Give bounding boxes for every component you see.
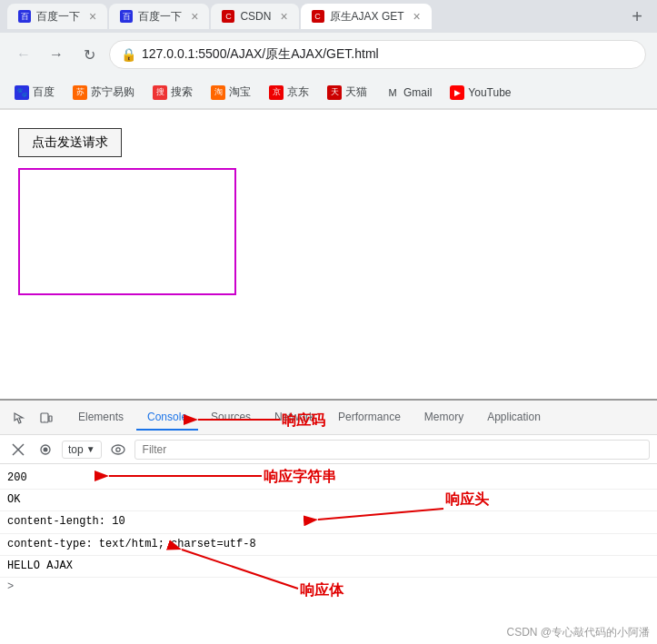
browser-chrome: 百 百度一下 × 百 百度一下 × C CSDN × C 原生AJAX GET … <box>0 0 657 110</box>
jd-favicon: 京 <box>269 85 284 100</box>
forward-button[interactable]: → <box>44 42 69 67</box>
svg-point-3 <box>44 421 45 421</box>
bookmark-suning[interactable]: 苏 苏宁易购 <box>65 81 142 104</box>
gmail-favicon: M <box>385 85 400 100</box>
bookmark-youtube-label: YouTube <box>468 86 511 99</box>
inspect-icon <box>13 411 25 424</box>
bookmark-search-label: 搜索 <box>171 84 193 100</box>
url-text: 127.0.0.1:5500/AJAX/原生AJAX/GET.html <box>142 46 379 63</box>
console-line-ok: OK <box>0 490 657 511</box>
console-toolbar: top ▼ <box>0 435 657 464</box>
bookmark-suning-label: 苏宁易购 <box>91 84 134 100</box>
console-text-cl: content-length: 10 <box>7 515 125 528</box>
devtools-tab-sources[interactable]: Sources <box>200 405 262 431</box>
tab-1[interactable]: 百 百度一下 × <box>7 4 107 29</box>
console-prompt[interactable]: > <box>0 578 657 596</box>
youtube-favicon: ▶ <box>450 85 464 100</box>
page-wrapper: 百 百度一下 × 百 百度一下 × C CSDN × C 原生AJAX GET … <box>0 0 657 644</box>
devtools-tab-console[interactable]: Console <box>136 405 198 431</box>
suning-favicon: 苏 <box>73 85 87 100</box>
watermark: CSDN @专心敲代码的小阿潘 <box>506 625 650 640</box>
bookmark-tmall[interactable]: 天 天猫 <box>320 81 374 104</box>
page-content: 点击发送请求 <box>0 110 657 399</box>
bookmark-baidu-label: 百度 <box>33 84 55 100</box>
back-button[interactable]: ← <box>11 42 36 67</box>
clear-icon <box>12 443 25 456</box>
record-icon <box>39 443 52 456</box>
devtools: Elements Console Sources Network Perform… <box>0 399 657 644</box>
svg-point-8 <box>112 445 124 454</box>
bookmark-gmail-label: Gmail <box>403 86 432 99</box>
eye-button[interactable] <box>107 439 129 461</box>
console-line-ct: content-type: text/html; charset=utf-8 <box>0 534 657 556</box>
console-text-hello: HELLO AJAX <box>7 560 73 572</box>
svg-marker-0 <box>15 413 23 423</box>
svg-point-7 <box>44 447 48 451</box>
search-favicon: 搜 <box>153 85 167 100</box>
tab-close-1[interactable]: × <box>89 9 96 24</box>
device-icon <box>40 411 53 424</box>
tab-label-4: 原生AJAX GET <box>330 9 404 25</box>
tab-bar: 百 百度一下 × 百 百度一下 × C CSDN × C 原生AJAX GET … <box>0 0 657 33</box>
devtools-tab-elements[interactable]: Elements <box>67 405 134 431</box>
stop-recording-button[interactable] <box>35 439 56 461</box>
svg-point-9 <box>115 447 119 451</box>
bookmark-jd[interactable]: 京 京东 <box>262 81 316 104</box>
send-request-button[interactable]: 点击发送请求 <box>18 128 122 157</box>
devtools-tabs: Elements Console Sources Network Perform… <box>0 401 657 435</box>
clear-console-button[interactable] <box>7 439 29 461</box>
bookmark-baidu[interactable]: 🐾 百度 <box>7 81 62 104</box>
console-text-ct: content-type: text/html; charset=utf-8 <box>7 538 256 550</box>
dropdown-arrow-icon: ▼ <box>86 444 95 454</box>
bookmark-taobao[interactable]: 淘 淘宝 <box>204 81 258 104</box>
bookmark-gmail[interactable]: M Gmail <box>378 82 439 104</box>
prompt-chevron-icon: > <box>7 580 14 593</box>
address-bar: ← → ↻ 🔒 127.0.0.1:5500/AJAX/原生AJAX/GET.h… <box>0 33 657 76</box>
baidu-favicon: 🐾 <box>15 85 29 100</box>
tab-label-3: CSDN <box>240 10 271 23</box>
bookmark-youtube[interactable]: ▶ YouTube <box>443 82 518 104</box>
devtools-tab-memory[interactable]: Memory <box>413 405 474 431</box>
console-line-200: 200 <box>0 468 657 490</box>
bookmark-search[interactable]: 搜 搜索 <box>145 81 200 104</box>
tab-close-3[interactable]: × <box>280 9 287 24</box>
tab-4[interactable]: C 原生AJAX GET × <box>301 4 432 29</box>
refresh-button[interactable]: ↻ <box>76 42 102 67</box>
lock-icon: 🔒 <box>121 47 136 62</box>
filter-input[interactable] <box>134 440 650 460</box>
console-output: 200 OK content-length: 10 content-type: … <box>0 464 657 644</box>
eye-icon <box>111 444 125 455</box>
bookmarks-bar: 🐾 百度 苏 苏宁易购 搜 搜索 淘 淘宝 京 京东 天 天猫 <box>0 76 657 109</box>
inspect-element-button[interactable] <box>7 406 31 430</box>
devtools-tab-performance[interactable]: Performance <box>327 405 412 431</box>
bookmark-tmall-label: 天猫 <box>345 84 367 100</box>
console-line-hello: HELLO AJAX <box>0 556 657 578</box>
bookmark-jd-label: 京东 <box>287 84 309 100</box>
response-div <box>18 168 236 295</box>
console-text-200: 200 <box>7 471 27 484</box>
tab-close-2[interactable]: × <box>191 9 198 24</box>
tab-label-2: 百度一下 <box>138 9 182 25</box>
top-label: top <box>68 443 84 456</box>
tab-label-1: 百度一下 <box>36 9 80 25</box>
device-toolbar-button[interactable] <box>35 406 58 430</box>
tab-favicon-2: 百 <box>120 10 133 23</box>
tab-favicon-4: C <box>312 10 324 23</box>
context-dropdown[interactable]: top ▼ <box>62 441 102 459</box>
devtools-tab-application[interactable]: Application <box>476 405 552 431</box>
tab-close-4[interactable]: × <box>413 9 421 24</box>
tab-3[interactable]: C CSDN × <box>211 4 298 29</box>
tmall-favicon: 天 <box>327 85 342 100</box>
console-line-cl: content-length: 10 <box>0 511 657 533</box>
taobao-favicon: 淘 <box>211 85 225 100</box>
new-tab-button[interactable]: + <box>624 4 650 29</box>
tab-favicon-1: 百 <box>18 10 31 23</box>
devtools-icons <box>7 406 58 430</box>
tab-2[interactable]: 百 百度一下 × <box>109 4 209 29</box>
bookmark-taobao-label: 淘宝 <box>229 84 251 100</box>
url-bar[interactable]: 🔒 127.0.0.1:5500/AJAX/原生AJAX/GET.html <box>109 40 646 69</box>
main-area: 点击发送请求 <box>0 110 657 644</box>
console-text-ok: OK <box>7 493 20 506</box>
svg-rect-2 <box>49 416 52 421</box>
devtools-tab-network[interactable]: Network <box>264 405 325 431</box>
